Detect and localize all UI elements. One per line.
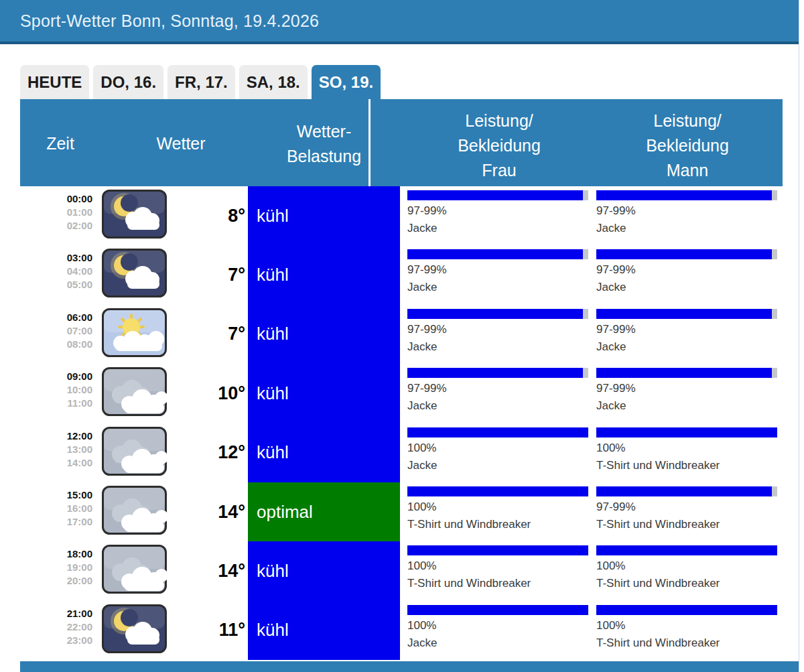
forecast-row: 00:00 01:00 02:00 8° kühl	[20, 186, 783, 245]
clothing-label: Jacke	[407, 636, 588, 650]
performance-percent: 97-99%	[596, 263, 777, 277]
mann-performance-cell: 97-99% Jacke	[596, 245, 777, 304]
performance-bar	[596, 545, 777, 555]
time-primary: 09:00	[20, 370, 92, 383]
sun-cloud-icon	[102, 308, 167, 357]
clothing-label: Jacke	[407, 340, 588, 354]
frau-performance-cell: 100% T-Shirt und Windbreaker	[407, 541, 588, 600]
frau-performance-cell: 97-99% Jacke	[407, 245, 588, 304]
time-primary: 06:00	[20, 311, 92, 324]
time-secondary: 11:00	[20, 397, 92, 410]
performance-bar-fill	[596, 486, 772, 496]
performance-percent: 97-99%	[407, 322, 588, 336]
performance-bar	[596, 190, 777, 200]
performance-bar-fill	[407, 486, 588, 496]
time-secondary: 01:00	[20, 206, 92, 219]
moon-cloud-icon	[102, 190, 167, 239]
belastung-cell: kühl	[248, 245, 400, 304]
mann-performance-cell: 97-99% Jacke	[596, 364, 777, 423]
belastung-cell: kühl	[248, 541, 400, 600]
weather-icon-cell	[102, 190, 167, 239]
belastung-cell: kühl	[248, 601, 400, 660]
top-bar: Sport-Wetter Bonn, Sonntag, 19.4.2026	[0, 0, 799, 44]
performance-bar	[407, 486, 588, 496]
performance-bar	[407, 427, 588, 438]
weather-icon-cell	[102, 249, 167, 297]
frau-performance-cell: 100% Jacke	[407, 601, 588, 660]
weather-icon-cell	[102, 604, 167, 653]
time-secondary: 22:00	[20, 620, 92, 634]
belastung-label: optimal	[257, 502, 313, 523]
belastung-label: kühl	[257, 561, 289, 582]
day-tab-label: DO, 16.	[100, 73, 156, 92]
temperature: 14°	[174, 541, 245, 600]
performance-bar-fill	[596, 249, 772, 259]
clothing-label: Jacke	[596, 399, 777, 413]
day-tab[interactable]: FR, 17.	[168, 65, 235, 99]
performance-bar	[407, 605, 588, 615]
time-secondary: 07:00	[20, 324, 92, 338]
performance-bar	[407, 309, 588, 319]
performance-bar	[596, 486, 777, 496]
performance-percent: 100%	[596, 618, 777, 632]
clothing-label: Jacke	[596, 221, 777, 235]
performance-bar-fill	[596, 190, 772, 200]
performance-bar	[407, 545, 588, 555]
clothing-label: Jacke	[596, 280, 777, 294]
clothing-label: Jacke	[407, 221, 588, 235]
time-primary: 21:00	[20, 607, 92, 620]
time-primary: 15:00	[20, 488, 92, 502]
time-group: 15:00 16:00 17:00	[20, 488, 92, 529]
belastung-label: kühl	[257, 383, 289, 404]
forecast-table-body: 00:00 01:00 02:00 8° kühl	[20, 186, 783, 660]
belastung-cell: kühl	[248, 186, 400, 245]
time-group: 03:00 04:00 05:00	[20, 251, 92, 291]
mann-performance-cell: 97-99% Jacke	[596, 305, 777, 364]
forecast-row: 09:00 10:00 11:00	[20, 364, 783, 423]
belastung-label: kühl	[257, 442, 289, 463]
time-secondary: 04:00	[20, 265, 92, 278]
performance-percent: 97-99%	[407, 263, 588, 277]
clothing-label: Jacke	[407, 458, 588, 472]
performance-percent: 97-99%	[407, 381, 588, 395]
day-tab[interactable]: SA, 18.	[239, 65, 308, 99]
time-secondary: 08:00	[20, 338, 92, 351]
day-tab[interactable]: HEUTE	[20, 65, 89, 99]
performance-bar	[407, 190, 588, 200]
header-wetter-belastung: Wetter- Belastung	[248, 119, 400, 169]
day-tab-label: FR, 17.	[175, 73, 228, 92]
mann-performance-cell: 100% T-Shirt und Windbreaker	[596, 601, 777, 660]
time-secondary: 23:00	[20, 634, 92, 647]
performance-bar-fill	[596, 427, 777, 438]
performance-percent: 97-99%	[596, 500, 777, 514]
time-secondary: 05:00	[20, 278, 92, 291]
table-header: Zeit Wetter Wetter- Belastung Leistung/ …	[20, 99, 783, 186]
forecast-row: 21:00 22:00 23:00 11° kühl	[20, 601, 783, 660]
performance-bar-fill	[596, 545, 777, 555]
day-tab[interactable]: SO, 19.	[312, 65, 381, 99]
time-secondary: 16:00	[20, 502, 92, 515]
performance-bar	[407, 249, 588, 259]
performance-percent: 97-99%	[596, 204, 777, 218]
performance-bar-fill	[596, 368, 772, 378]
moon-cloud-icon	[102, 604, 167, 653]
day-tabs: HEUTE DO, 16. FR, 17. SA, 18. SO, 19.	[20, 65, 381, 99]
performance-bar-fill	[596, 605, 777, 615]
time-group: 21:00 22:00 23:00	[20, 607, 92, 647]
performance-bar-fill	[407, 545, 588, 555]
performance-bar-fill	[407, 309, 583, 319]
cloudy-icon	[102, 486, 167, 535]
forecast-row: 03:00 04:00 05:00 7° kühl	[20, 245, 783, 304]
belastung-label: kühl	[257, 324, 289, 344]
page-title: Sport-Wetter Bonn, Sonntag, 19.4.2026	[0, 11, 319, 31]
day-tab-label: SA, 18.	[247, 73, 300, 92]
moon-cloud-icon	[102, 249, 167, 297]
performance-percent: 100%	[596, 559, 777, 573]
performance-bar-fill	[407, 249, 583, 259]
day-tab[interactable]: DO, 16.	[93, 65, 163, 99]
temperature: 11°	[174, 601, 245, 660]
clothing-label: T-Shirt und Windbreaker	[596, 517, 777, 531]
temperature: 7°	[174, 305, 245, 364]
performance-bar-fill	[407, 190, 583, 200]
belastung-label: kühl	[257, 620, 289, 641]
